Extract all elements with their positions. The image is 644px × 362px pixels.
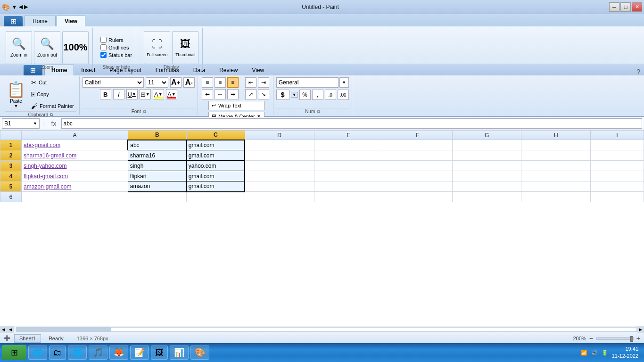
cell-e[interactable]	[314, 171, 383, 181]
col-i-header[interactable]: I	[591, 131, 644, 140]
text-rotate-button[interactable]: ↗	[245, 89, 256, 99]
formula-fx-icon[interactable]: fx	[49, 120, 59, 127]
percent-button[interactable]: %	[299, 90, 311, 100]
increase-decimal-button[interactable]: .0	[325, 90, 336, 100]
cell-a[interactable]: singh-yahoo.com	[22, 161, 128, 171]
paint-tab-home[interactable]: Home	[25, 16, 56, 26]
formula-input[interactable]	[61, 118, 643, 129]
cell-f[interactable]	[383, 181, 453, 192]
cell-g[interactable]	[452, 140, 521, 150]
font-color-button[interactable]: A ▼	[166, 89, 177, 99]
cell-f[interactable]	[383, 140, 453, 150]
cell-b[interactable]: flipkart	[128, 171, 186, 181]
cell-b[interactable]: abc	[128, 140, 186, 150]
cell-e[interactable]	[314, 150, 383, 161]
gridlines-input[interactable]	[100, 44, 107, 50]
cell-h[interactable]	[521, 192, 591, 202]
cut-button[interactable]: ✂ Cut	[29, 77, 76, 88]
cell-d[interactable]	[245, 181, 314, 192]
taskbar-chrome[interactable]: 🌐	[68, 346, 87, 360]
statusbar-input[interactable]	[100, 52, 107, 58]
col-f-header[interactable]: F	[383, 131, 453, 140]
col-h-header[interactable]: H	[521, 131, 591, 140]
paint-tab-view[interactable]: View	[57, 16, 85, 26]
gridlines-checkbox[interactable]: Gridlines	[100, 44, 132, 50]
cell-d[interactable]	[245, 150, 314, 161]
paint-thumbnail-button[interactable]: 🖼 Thumbnail	[172, 31, 198, 64]
col-b-header[interactable]: B	[128, 131, 186, 140]
cell-f[interactable]	[383, 150, 453, 161]
paint-zoom-in-button[interactable]: 🔍 Zoom in	[6, 31, 32, 64]
name-box[interactable]: B1 ▼	[2, 118, 40, 129]
add-sheet-button[interactable]: ➕	[4, 335, 10, 341]
cell-i[interactable]	[591, 140, 644, 150]
zoom-slider-thumb[interactable]	[630, 336, 633, 342]
scrollbar-track[interactable]	[16, 327, 637, 332]
font-shrink-button[interactable]: A-	[183, 77, 195, 88]
clock-display[interactable]: 19:41 11-12-2022	[612, 346, 638, 360]
cell-e[interactable]	[314, 161, 383, 171]
cell-f[interactable]	[383, 171, 453, 181]
cell-b[interactable]: singh	[128, 161, 186, 171]
align-center-button[interactable]: ↔	[215, 89, 226, 99]
minimize-button[interactable]: ─	[609, 2, 619, 12]
taskbar-word[interactable]: 📝	[130, 346, 149, 360]
cell-c[interactable]: gmail.com	[186, 140, 245, 150]
cell-a[interactable]	[22, 192, 128, 202]
col-c-header[interactable]: C	[186, 131, 245, 140]
cell-g[interactable]	[452, 171, 521, 181]
taskbar-explorer[interactable]: 🗂	[49, 346, 66, 360]
number-expand-icon[interactable]: ⧉	[317, 109, 320, 114]
rulers-checkbox[interactable]: Rulers	[100, 37, 132, 43]
cell-i[interactable]	[591, 161, 644, 171]
number-format-dropdown[interactable]: ▼	[339, 77, 349, 88]
bold-button[interactable]: B	[100, 89, 111, 99]
cell-g[interactable]	[452, 192, 521, 202]
scrollbar-thumb[interactable]	[17, 328, 111, 331]
close-button[interactable]: ✕	[632, 2, 642, 12]
font-grow-button[interactable]: A+	[170, 77, 182, 88]
align-right-button[interactable]: ➡	[227, 89, 239, 99]
underline-button[interactable]: U▼	[126, 89, 138, 99]
paint-fullscreen-button[interactable]: ⛶ Full screen	[144, 31, 170, 64]
cell-a[interactable]: amazon-gmail.com	[22, 181, 128, 192]
excel-help-icon[interactable]: ?	[636, 68, 644, 75]
italic-button[interactable]: I	[113, 89, 124, 99]
sheet1-tab[interactable]: Sheet1	[14, 334, 41, 343]
cell-c[interactable]: yahoo.com	[186, 161, 245, 171]
scroll-left2-button[interactable]: ◀	[7, 326, 14, 333]
start-button[interactable]: ⊞	[2, 345, 26, 360]
cell-c[interactable]: gmail.com	[186, 171, 245, 181]
cell-f[interactable]	[383, 192, 453, 202]
zoom-out-button[interactable]: −	[589, 335, 593, 342]
font-name-select[interactable]: Calibri	[83, 77, 144, 88]
taskbar-files[interactable]: 🖼	[151, 346, 168, 360]
cell-h[interactable]	[521, 140, 591, 150]
paint-zoom-100-button[interactable]: 100%	[62, 31, 89, 64]
col-e-header[interactable]: E	[314, 131, 383, 140]
taskbar-ie[interactable]: 🌐	[28, 346, 47, 360]
cell-d[interactable]	[245, 171, 314, 181]
maximize-button[interactable]: □	[620, 2, 631, 12]
taskbar-paint[interactable]: 🎨	[190, 346, 209, 360]
fill-color-button[interactable]: A ▼	[153, 89, 164, 99]
comma-button[interactable]: ,	[312, 90, 323, 100]
cell-d[interactable]	[245, 161, 314, 171]
font-size-select[interactable]: 11	[146, 77, 168, 88]
cell-e[interactable]	[314, 140, 383, 150]
taskbar-excel[interactable]: 📊	[170, 346, 189, 360]
h-scrollbar[interactable]: ◀ ◀ ▶	[0, 326, 644, 333]
cell-a[interactable]: abc-gmail.com	[22, 140, 128, 150]
cell-b[interactable]: amazon	[128, 181, 186, 192]
scroll-right-button[interactable]: ▶	[637, 326, 644, 333]
align-top-left-button[interactable]: ≡	[202, 77, 213, 88]
decrease-decimal-button[interactable]: .00	[338, 90, 349, 100]
paint-home-icon[interactable]: ⊞	[4, 16, 23, 26]
col-d-header[interactable]: D	[245, 131, 314, 140]
taskbar-firefox[interactable]: 🦊	[109, 346, 128, 360]
cell-e[interactable]	[314, 192, 383, 202]
align-top-center-button[interactable]: ≡	[215, 77, 226, 88]
cell-g[interactable]	[452, 150, 521, 161]
align-indent-increase-button[interactable]: ⇥	[258, 77, 269, 88]
cell-b[interactable]: sharma16	[128, 150, 186, 161]
